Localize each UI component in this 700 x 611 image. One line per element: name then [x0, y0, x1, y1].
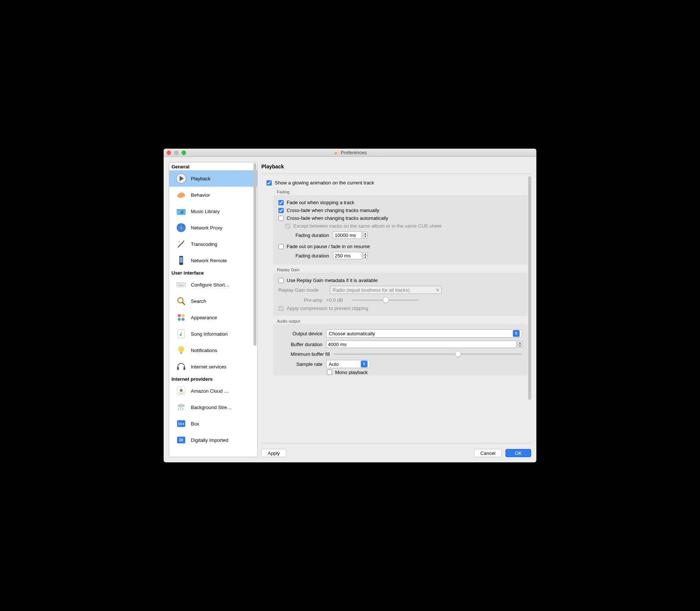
updown-icon: ⇅ — [436, 288, 439, 292]
stepper-up-icon[interactable]: ▴ — [518, 341, 522, 344]
cancel-button[interactable]: Cancel — [474, 449, 502, 457]
note-page-icon — [175, 328, 187, 340]
svg-rect-24 — [183, 367, 185, 370]
sidebar-item-internet-services[interactable]: Internet services — [169, 358, 257, 375]
sidebar-item-search[interactable]: Search — [169, 293, 257, 309]
crossfade-manual-label: Cross-fade when changing tracks manually — [287, 208, 379, 213]
mono-checkbox[interactable]: Mono playback — [278, 370, 522, 375]
app-icon — [333, 150, 338, 155]
svg-point-16 — [178, 314, 181, 317]
sidebar-item-network-proxy[interactable]: Network Proxy — [169, 219, 257, 236]
svg-point-17 — [182, 314, 185, 317]
min-buffer-slider[interactable] — [334, 351, 522, 357]
replaygain-title: Replay Gain — [273, 267, 527, 272]
sidebar-item-label: Search — [191, 298, 206, 304]
ok-button[interactable]: OK — [505, 449, 531, 457]
stepper-down-icon[interactable]: ▾ — [363, 235, 368, 238]
fade-duration-input[interactable]: ▴▾ — [333, 231, 368, 239]
close-icon[interactable] — [167, 151, 171, 155]
sidebar: General Playback Behavior Music Library … — [169, 162, 258, 457]
fade-pause-checkbox[interactable]: Fade out on pause / fade in on resume — [278, 243, 522, 250]
sidebar-category-providers: Internet providers — [169, 375, 257, 383]
sidebar-item-shortcuts[interactable]: Configure Short… — [169, 276, 257, 293]
amazon-icon: a — [175, 385, 187, 397]
sidebar-item-di[interactable]: DI Digitally Imported — [169, 432, 257, 448]
sidebar-item-label: Behavior — [191, 192, 210, 198]
sidebar-item-music-library[interactable]: Music Library — [169, 203, 257, 219]
sidebar-item-label: Music Library — [191, 209, 220, 214]
stepper-down-icon[interactable]: ▾ — [363, 256, 368, 259]
glow-label: Show a glowing animation on the current … — [275, 180, 374, 186]
stepper-up-icon[interactable]: ▴ — [363, 232, 368, 235]
replaygain-use-label: Use Replay Gain metadata if it is availa… — [287, 278, 378, 283]
crossfade-manual-checkbox[interactable]: Cross-fade when changing tracks manually — [278, 206, 522, 214]
stepper-up-icon[interactable]: ▴ — [363, 252, 368, 256]
svg-point-15 — [178, 298, 183, 303]
zoom-icon[interactable] — [182, 151, 186, 155]
main-scrollbar[interactable] — [528, 176, 531, 400]
fadeout-stop-checkbox[interactable]: Fade out when stopping a track — [278, 199, 522, 206]
sidebar-item-background-streams[interactable]: Background Stre… — [169, 399, 257, 415]
preamp-slider — [352, 297, 419, 303]
sidebar-item-label: Digitally Imported — [191, 437, 228, 443]
sidebar-item-behavior[interactable]: Behavior — [169, 187, 257, 203]
sidebar-item-label: Playback — [191, 176, 211, 181]
sidebar-item-label: Configure Short… — [191, 282, 230, 288]
sidebar-item-amazon[interactable]: a Amazon Cloud … — [169, 383, 257, 399]
replaygain-group: Replay Gain Use Replay Gain metadata if … — [273, 267, 527, 316]
replaygain-use-checkbox[interactable]: Use Replay Gain metadata if it is availa… — [278, 276, 522, 284]
sidebar-item-label: Notifications — [191, 348, 217, 353]
apply-button[interactable]: Apply — [261, 449, 286, 457]
compress-checkbox: Apply compression to prevent clipping — [278, 304, 522, 312]
minimize-icon — [174, 151, 179, 155]
buffer-duration-label: Buffer duration — [278, 342, 322, 347]
sidebar-item-transcoding[interactable]: Transcoding — [169, 236, 257, 252]
stepper-down-icon[interactable]: ▾ — [518, 344, 522, 348]
preamp-value: +0.0 dB — [326, 297, 349, 303]
window-title: Preferences — [341, 150, 367, 155]
replaygain-mode-select: Radio (equal loudness for all tracks) ⇅ — [330, 286, 442, 294]
svg-rect-14 — [179, 285, 184, 286]
sidebar-item-label: Internet services — [191, 364, 226, 370]
fade-pause-duration-input[interactable]: ▴▾ — [333, 252, 368, 259]
svg-rect-23 — [177, 367, 179, 370]
svg-point-21 — [178, 346, 184, 352]
sidebar-item-label: Amazon Cloud … — [191, 388, 229, 394]
sample-rate-label: Sample rate — [278, 361, 322, 367]
except-checkbox: Except between tracks on the same album … — [278, 222, 522, 230]
buffer-duration-input[interactable]: ▴▾ — [326, 341, 522, 348]
sidebar-item-appearance[interactable]: Appearance — [169, 309, 257, 326]
compress-label: Apply compression to prevent clipping — [287, 306, 368, 311]
fading-title: Fading — [273, 190, 527, 194]
sidebar-item-playback[interactable]: Playback — [169, 170, 257, 187]
svg-point-5 — [182, 243, 183, 244]
sidebar-item-label: Network Proxy — [191, 225, 223, 231]
svg-rect-22 — [180, 352, 182, 354]
sidebar-item-song-info[interactable]: Song Information — [169, 326, 257, 342]
sidebar-category-ui: User interface — [169, 269, 257, 276]
palette-icon — [175, 311, 187, 323]
page-title: Playback — [261, 162, 531, 174]
folder-music-icon — [175, 205, 187, 217]
sidebar-category-general: General — [169, 162, 257, 170]
keyboard-icon — [175, 279, 187, 291]
sample-rate-select[interactable]: Auto ⇅ — [326, 360, 370, 368]
svg-point-3 — [179, 241, 180, 242]
output-device-select[interactable]: Choose automatically ⇅ — [326, 329, 522, 338]
min-buffer-label: Minimum buffer fill — [278, 351, 330, 357]
traffic-lights — [167, 151, 186, 155]
svg-rect-10 — [178, 284, 179, 284]
svg-text:box: box — [178, 422, 184, 426]
titlebar: Preferences — [164, 149, 536, 157]
search-icon — [175, 295, 187, 307]
sidebar-scrollbar[interactable] — [253, 163, 256, 346]
sidebar-item-network-remote[interactable]: Network Remote — [169, 252, 257, 269]
glow-checkbox[interactable]: Show a glowing animation on the current … — [267, 179, 527, 187]
fadeout-stop-label: Fade out when stopping a track — [287, 200, 354, 205]
tangerine-icon — [175, 189, 187, 201]
svg-rect-11 — [179, 284, 180, 284]
sidebar-item-box[interactable]: box Box — [169, 415, 257, 432]
di-icon: DI — [175, 434, 187, 446]
sidebar-item-notifications[interactable]: Notifications — [169, 342, 257, 358]
crossfade-auto-checkbox[interactable]: Cross-fade when changing tracks automati… — [278, 214, 522, 222]
